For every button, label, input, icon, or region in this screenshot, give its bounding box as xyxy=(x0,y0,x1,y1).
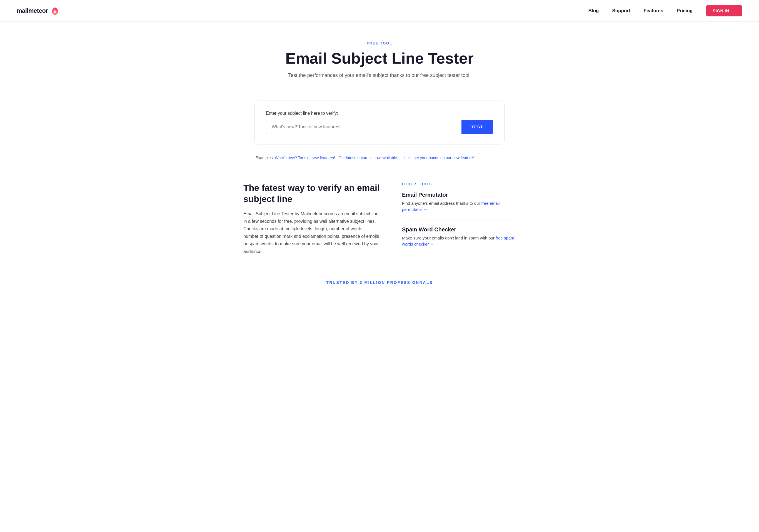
left-title: The fatest way to verify an email subjec… xyxy=(243,182,380,204)
main-content: The fatest way to verify an email subjec… xyxy=(227,177,532,272)
logo[interactable]: mailmeteor M xyxy=(17,6,60,16)
hero-section: FREE TOOL Email Subject Line Tester Test… xyxy=(0,22,759,90)
input-row: TEST xyxy=(266,120,493,134)
logo-text: mailmeteor xyxy=(17,7,48,15)
example-link-3[interactable]: Let's get your hands on our new feature! xyxy=(404,156,474,160)
nav-blog[interactable]: Blog xyxy=(588,8,599,14)
nav-pricing[interactable]: Pricing xyxy=(677,8,693,14)
example-link-1[interactable]: What's new? Tons of new features! xyxy=(275,156,335,160)
tool-spam-desc: Make sure your emails don't land in spam… xyxy=(402,235,516,248)
form-label: Enter your subject line here to verify: xyxy=(266,111,493,116)
arrow-right-icon: → xyxy=(732,8,736,13)
right-column: OTHER TOOLS Email Permutator Find anyone… xyxy=(402,182,516,255)
examples-prefix: Examples: xyxy=(256,156,274,160)
sign-in-button[interactable]: SIGN IN → xyxy=(706,5,742,17)
examples-sep-1: - xyxy=(336,156,339,160)
nav-features[interactable]: Features xyxy=(644,8,663,14)
examples-row: Examples: What's new? Tons of new featur… xyxy=(255,156,504,160)
form-card: Enter your subject line here to verify: … xyxy=(255,101,504,144)
hero-subtitle: Test the performances of your email's su… xyxy=(6,72,753,78)
example-link-2[interactable]: Our latest feature is now available… xyxy=(339,156,401,160)
tool-permutator-name: Email Permutator xyxy=(402,192,516,198)
nav-support[interactable]: Support xyxy=(612,8,630,14)
left-description: Email Subject Line Tester by Mailmeteor … xyxy=(243,210,380,255)
tool-divider xyxy=(402,221,516,221)
other-tools-label: OTHER TOOLS xyxy=(402,182,516,186)
subject-input[interactable] xyxy=(266,120,461,134)
tool-card-permutator: Email Permutator Find anyone's email add… xyxy=(402,192,516,213)
tool-permutator-desc: Find anyone's email address thanks to ou… xyxy=(402,200,516,213)
tool-spam-name: Spam Word Checker xyxy=(402,226,516,233)
logo-icon: M xyxy=(50,6,60,16)
trusted-banner: TRUSTED BY 3 MILLION PROFESSIONNALS xyxy=(0,272,759,296)
tool-card-spam: Spam Word Checker Make sure your emails … xyxy=(402,226,516,248)
hero-title: Email Subject Line Tester xyxy=(6,50,753,67)
left-column: The fatest way to verify an email subjec… xyxy=(243,182,380,255)
test-button[interactable]: TEST xyxy=(461,120,493,134)
free-tool-badge: FREE TOOL xyxy=(6,41,753,45)
main-nav: Blog Support Features Pricing SIGN IN → xyxy=(588,5,742,17)
svg-text:M: M xyxy=(54,11,57,14)
